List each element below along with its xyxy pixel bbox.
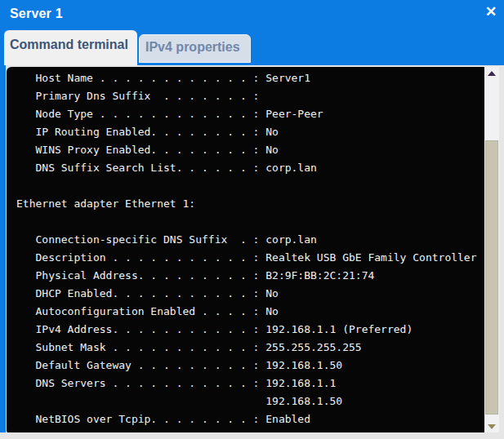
scroll-down-button[interactable] [484,420,499,433]
terminal-line: IPv4 Address. . . . . . . . . . . : 192.… [16,321,484,339]
terminal-line: Primary Dns Suffix . . . . . . . : [16,87,484,105]
close-icon[interactable]: ✕ [483,4,499,20]
terminal-line: DNS Suffix Search List. . . . . . : corp… [16,159,484,177]
terminal-line: WINS Proxy Enabled. . . . . . . . : No [16,141,484,159]
titlebar: Server 1 ✕ [0,0,504,27]
terminal-line [16,177,484,195]
dialog-left-border [0,65,6,432]
terminal-line [16,213,484,231]
server-dialog: Server 1 ✕ Command terminal IPv4 propert… [0,0,504,439]
terminal-line: Autoconfiguration Enabled . . . . : No [16,303,484,321]
terminal-line: NetBIOS over Tcpip. . . . . . . . : Enab… [16,410,484,428]
dialog-title: Server 1 [10,7,63,21]
terminal-line: Subnet Mask . . . . . . . . . . . : 255.… [16,339,484,357]
terminal-line: IP Routing Enabled. . . . . . . . : No [16,123,484,141]
tab-ipv4-properties[interactable]: IPv4 properties [139,34,251,63]
scrollbar-thumb[interactable] [485,140,498,415]
terminal-line: Description . . . . . . . . . . . : Real… [16,249,484,267]
triangle-up-icon [488,71,496,76]
terminal-line: Node Type . . . . . . . . . . . . : Peer… [16,105,484,123]
terminal-line: Connection-specific DNS Suffix . : corp.… [16,231,484,249]
terminal-output: Host Name . . . . . . . . . . . . : Serv… [7,67,484,433]
triangle-down-icon [488,424,496,429]
terminal-line: 192.168.1.50 [16,392,484,410]
terminal-line: Physical Address. . . . . . . . . : B2:9… [16,267,484,285]
terminal-line: DHCP Enabled. . . . . . . . . . . : No [16,285,484,303]
terminal-line: DNS Servers . . . . . . . . . . . : 192.… [16,375,484,392]
tab-content-panel: Host Name . . . . . . . . . . . . : Serv… [6,65,504,439]
tab-command-terminal[interactable]: Command terminal [4,30,137,65]
terminal-line: Ethernet adapter Ethernet 1: [16,195,484,213]
dialog-bottom-edge [0,432,504,439]
scroll-up-button[interactable] [484,67,499,80]
terminal-line: Default Gateway . . . . . . . . . : 192.… [16,357,484,375]
terminal-scrollbar[interactable] [484,67,499,433]
terminal-line: Host Name . . . . . . . . . . . . : Serv… [16,69,484,87]
